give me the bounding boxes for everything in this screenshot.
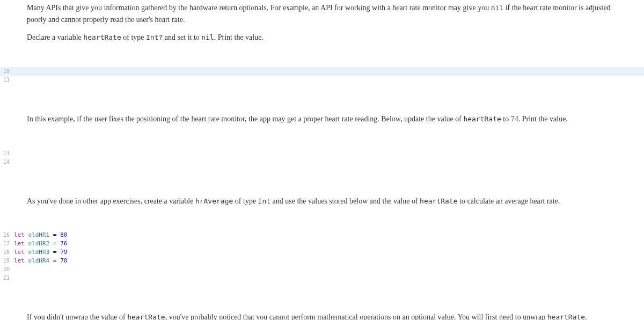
text: of type: [121, 33, 146, 41]
line-number: 17: [0, 239, 14, 248]
line-number: 19: [0, 257, 14, 265]
code-line[interactable]: 18 let oldHR3 = 79: [0, 248, 644, 257]
identifier: oldHR3: [28, 249, 50, 256]
line-number: 14: [0, 158, 14, 166]
code-content[interactable]: let oldHR1 = 80: [14, 231, 644, 240]
text: and set it to: [163, 33, 201, 41]
operator: =: [49, 231, 60, 238]
code-line[interactable]: 20: [0, 265, 644, 274]
operator: =: [49, 240, 60, 247]
operator: =: [49, 257, 60, 264]
code-editor-block-2[interactable]: 13 14: [0, 149, 644, 166]
code-line[interactable]: 17 let oldHR2 = 76: [0, 239, 644, 248]
text: .: [585, 313, 587, 320]
text: Declare a variable: [27, 33, 83, 41]
number-literal: 76: [60, 240, 67, 247]
code-line[interactable]: 21: [0, 274, 644, 282]
operator: =: [49, 249, 60, 256]
text: , you've probably noticed that you canno…: [165, 313, 547, 320]
code-content[interactable]: let oldHR2 = 76: [14, 239, 644, 249]
text: to calculate an average heart rate.: [458, 197, 560, 205]
code-line[interactable]: 11: [0, 76, 644, 84]
code-content[interactable]: let oldHR4 = 70: [14, 257, 644, 266]
instruction-para-4: If you didn't unwrap the value of heartR…: [0, 309, 644, 320]
instruction-text: As you've done in other app exercises, c…: [27, 195, 617, 207]
code-line[interactable]: 19 let oldHR4 = 70: [0, 257, 644, 265]
text: In this example, if the user fixes the p…: [27, 115, 463, 123]
line-number: 10: [0, 67, 14, 75]
code-editor-block-1[interactable]: 10 11: [0, 67, 644, 84]
instruction-text: Many APIs that give you information gath…: [27, 2, 617, 26]
code-line[interactable]: 13: [0, 149, 644, 158]
line-number: 13: [0, 149, 14, 157]
keyword: let: [14, 240, 25, 247]
number-literal: 80: [60, 231, 67, 238]
instruction-text: In this example, if the user fixes the p…: [27, 113, 617, 125]
line-number: 16: [0, 231, 14, 239]
number-literal: 79: [60, 249, 67, 256]
code-inline-heartrate: heartRate: [127, 313, 165, 320]
instruction-text: Declare a variable heartRate of type Int…: [27, 32, 617, 43]
code-inline-heartrate: heartRate: [463, 115, 501, 123]
line-number: 11: [0, 76, 14, 84]
text: and use the values stored below and the …: [270, 197, 420, 205]
line-number: 20: [0, 265, 14, 273]
code-line[interactable]: 10: [0, 67, 644, 76]
code-editor-block-3[interactable]: 16 let oldHR1 = 80 17 let oldHR2 = 76 18…: [0, 231, 644, 282]
code-inline-heartrate: heartRate: [420, 197, 457, 205]
identifier: oldHR1: [28, 231, 50, 238]
text: to 74. Print the value.: [501, 115, 568, 123]
identifier: oldHR4: [28, 257, 50, 264]
code-inline-nil: nil: [491, 4, 503, 12]
keyword: let: [14, 257, 25, 264]
line-number: 18: [0, 248, 14, 256]
code-line[interactable]: 16 let oldHR1 = 80: [0, 231, 644, 239]
instruction-para-3: As you've done in other app exercises, c…: [0, 193, 644, 215]
instruction-para-2: In this example, if the user fixes the p…: [0, 111, 644, 133]
text: of type: [233, 197, 258, 205]
code-content[interactable]: let oldHR3 = 79: [14, 248, 644, 257]
code-inline-nil: nil: [201, 33, 214, 41]
code-inline-heartrate: heartRate: [83, 33, 121, 41]
text: If you didn't unwrap the value of: [27, 313, 127, 320]
code-inline-int-optional: Int?: [146, 33, 163, 41]
keyword: let: [14, 231, 25, 238]
text: Many APIs that give you information gath…: [27, 4, 491, 12]
code-inline-hraverage: hrAverage: [195, 197, 233, 205]
keyword: let: [14, 249, 25, 256]
identifier: oldHR2: [28, 240, 50, 247]
code-inline-heartrate: heartRate: [547, 313, 585, 320]
text: . Print the value.: [214, 33, 264, 41]
number-literal: 70: [60, 257, 67, 264]
instruction-para-1: Many APIs that give you information gath…: [0, 0, 644, 51]
code-inline-int: Int: [258, 197, 270, 205]
code-line[interactable]: 14: [0, 158, 644, 166]
instruction-text: If you didn't unwrap the value of heartR…: [27, 311, 617, 320]
line-number: 21: [0, 274, 14, 282]
text: As you've done in other app exercises, c…: [27, 197, 195, 205]
